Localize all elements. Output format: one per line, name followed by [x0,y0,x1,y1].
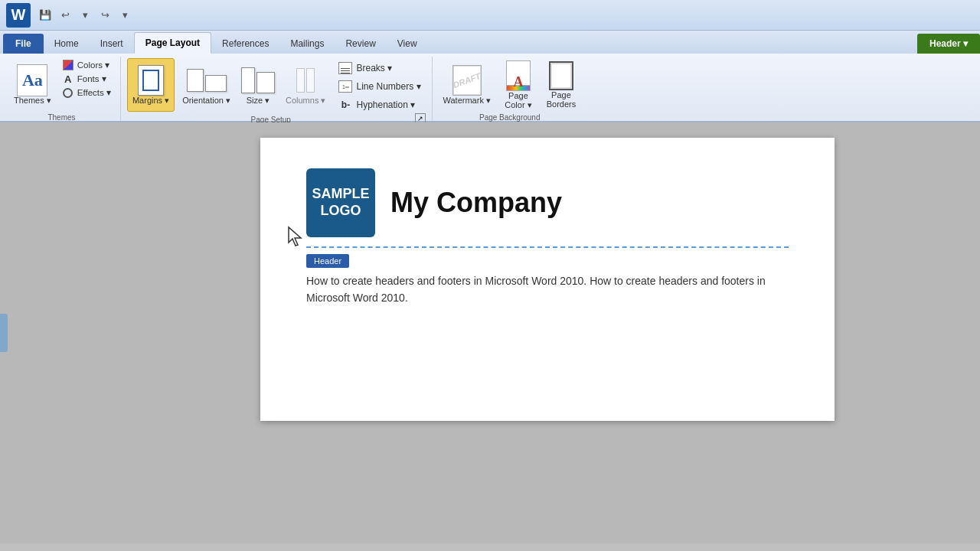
ribbon-group-themes: Aa Themes ▾ Colors ▾ A [3,57,121,121]
ribbon-group-pagesetup: Margins ▾ Orientation ▾ [121,57,433,121]
columns-label: Columns ▾ [286,96,325,106]
orientation-button[interactable]: Orientation ▾ [178,58,235,112]
document[interactable]: SAMPLELOGO My Company Header How to crea… [260,138,835,421]
linenumbers-icon: 1═ [338,80,353,93]
tab-file[interactable]: File [3,34,44,54]
margins-icon [136,65,166,96]
orientation-icon [191,65,222,96]
tab-review[interactable]: Review [335,34,386,54]
breaks-label: Breaks ▾ [356,63,392,73]
header-tag[interactable]: Header [306,254,349,268]
linenumbers-button[interactable]: 1═ Line Numbers ▾ [333,78,425,95]
hyphenation-icon: b‑ [338,98,353,112]
themes-group-content: Aa Themes ▾ Colors ▾ A [9,58,114,112]
undo-dropdown[interactable]: ▾ [77,7,93,24]
sample-logo: SAMPLELOGO [306,168,375,237]
themes-icon: Aa [17,65,47,96]
quick-access-toolbar: 💾 ↩ ▾ ↪ ▾ [37,7,133,24]
effects-icon [62,86,74,99]
tab-mailings[interactable]: Mailings [279,34,335,54]
document-area: SAMPLELOGO My Company Header How to crea… [0,122,980,543]
breaks-col: Breaks ▾ 1═ Line Numbers ▾ b‑ Hyphenatio… [333,58,425,113]
themes-options-col: Colors ▾ A Fonts ▾ Effects ▾ [59,58,114,99]
scroll-indicator [0,314,8,352]
columns-button[interactable]: Columns ▾ [281,58,330,112]
watermark-button[interactable]: DRAFT Watermark ▾ [439,58,495,112]
watermark-icon: DRAFT [452,65,482,96]
pageborders-button[interactable]: PageBorders [541,58,581,112]
title-bar: W 💾 ↩ ▾ ↪ ▾ [0,0,980,31]
tab-header[interactable]: Header ▾ [917,34,980,54]
pagesetup-content: Margins ▾ Orientation ▾ [127,58,426,113]
hyphenation-label: Hyphenation ▾ [356,99,415,110]
effects-button[interactable]: Effects ▾ [59,86,114,99]
tab-insert[interactable]: Insert [90,34,134,54]
document-body[interactable]: How to create headers and footers in Mic… [306,272,789,307]
themes-button[interactable]: Aa Themes ▾ [9,58,56,112]
columns-icon [290,65,321,96]
hyphenation-button[interactable]: b‑ Hyphenation ▾ [333,96,425,113]
body-text: How to create headers and footers in Mic… [306,275,766,304]
margins-button[interactable]: Margins ▾ [127,58,175,112]
pagebg-content: DRAFT Watermark ▾ A PageColor ▾ [439,58,581,112]
fonts-button[interactable]: A Fonts ▾ [59,72,109,86]
document-header: SAMPLELOGO My Company Header [306,168,789,248]
pagecolor-icon: A [503,60,534,91]
size-icon [243,65,273,96]
pageborders-icon [546,61,577,90]
watermark-label: Watermark ▾ [443,96,491,106]
tab-references[interactable]: References [211,34,279,54]
fonts-label: Fonts ▾ [77,73,106,84]
redo-btn[interactable]: ↪ [96,7,113,24]
size-button[interactable]: Size ▾ [238,58,278,112]
margins-label: Margins ▾ [132,96,169,106]
linenumbers-label: Line Numbers ▾ [356,81,420,92]
themes-label: Themes ▾ [14,96,51,106]
ribbon-group-pagebg: DRAFT Watermark ▾ A PageColor ▾ [433,57,587,121]
pagecolor-label: PageColor ▾ [505,91,531,110]
tab-view[interactable]: View [387,34,428,54]
ribbon: Aa Themes ▾ Colors ▾ A [0,54,980,122]
orientation-label: Orientation ▾ [182,96,230,106]
breaks-button[interactable]: Breaks ▾ [333,60,425,77]
tab-home[interactable]: Home [44,34,90,54]
tab-pagelayout[interactable]: Page Layout [134,32,211,54]
customize-qa[interactable]: ▾ [116,7,133,24]
colors-button[interactable]: Colors ▾ [59,58,113,72]
effects-label: Effects ▾ [77,87,111,98]
pagecolor-button[interactable]: A PageColor ▾ [498,58,538,112]
save-quick-btn[interactable]: 💾 [37,7,54,24]
pageborders-label: PageBorders [547,90,577,109]
breaks-icon [338,61,353,75]
ribbon-tabs: File Home Insert Page Layout References … [0,31,980,54]
word-logo: W [6,3,31,28]
colors-label: Colors ▾ [77,60,109,70]
fonts-icon: A [62,73,74,85]
colors-icon [62,59,74,71]
company-name: My Company [390,187,562,219]
undo-btn[interactable]: ↩ [57,7,74,24]
size-label: Size ▾ [247,96,270,106]
